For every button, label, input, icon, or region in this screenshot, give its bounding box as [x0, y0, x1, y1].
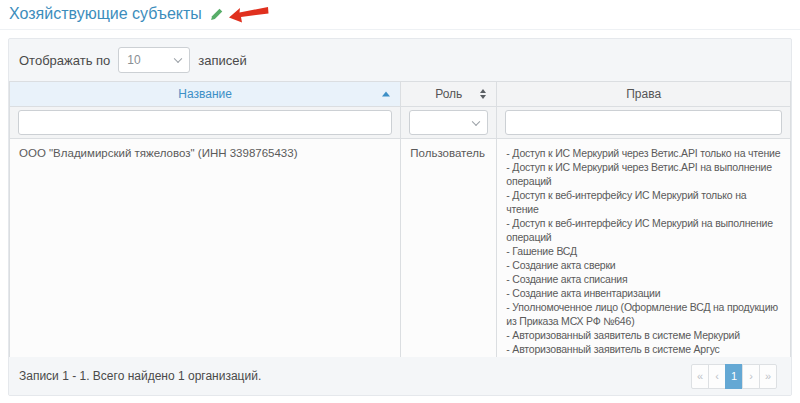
role-filter-wrap — [409, 110, 488, 135]
entities-panel: Отображать по 10 записей Название — [8, 38, 792, 396]
table-footer: Записи 1 - 1. Всего найдено 1 организаци… — [9, 357, 791, 395]
page-size-select[interactable]: 10 — [118, 47, 190, 73]
right-item: - Создание акта инвентаризации — [506, 286, 781, 300]
right-item: - Создание акта сверки — [506, 258, 781, 272]
column-header-role[interactable]: Роль — [401, 82, 497, 107]
column-header-rights-label: Права — [626, 87, 661, 101]
right-item: - Создание акта списания — [506, 272, 781, 286]
table-filter-row — [10, 107, 791, 139]
page-size-row: Отображать по 10 записей — [9, 39, 791, 81]
page-size-select-wrap: 10 — [118, 47, 190, 73]
right-item: - Доступ к веб-интерфейсу ИС Меркурий то… — [506, 188, 781, 216]
annotation-red-arrow-icon — [229, 5, 269, 23]
right-item: - Авторизованный заявитель в системе Арг… — [506, 342, 781, 356]
header-divider — [0, 29, 800, 30]
cell-entity-rights: - Доступ к ИС Меркурий через Ветис.API т… — [497, 139, 791, 378]
edit-pencil-icon[interactable] — [210, 8, 223, 21]
right-item: - Доступ к ИС Меркурий через Ветис.API т… — [506, 146, 781, 160]
filter-cell-rights — [497, 107, 791, 139]
sort-asc-icon — [382, 92, 390, 97]
right-item: - Доступ к веб-интерфейсу ИС Меркурий на… — [506, 216, 781, 244]
table-row[interactable]: ООО "Владимирский тяжеловоз" (ИНН 339876… — [10, 139, 791, 378]
column-header-name-label: Название — [178, 87, 232, 101]
pagination-prev-button[interactable]: ‹ — [708, 364, 726, 389]
filter-cell-role — [401, 107, 497, 139]
filter-cell-name — [10, 107, 401, 139]
page-size-label-before: Отображать по — [19, 53, 110, 68]
column-header-name[interactable]: Название — [10, 82, 401, 107]
rights-list: - Доступ к ИС Меркурий через Ветис.API т… — [506, 146, 781, 370]
right-item: - Авторизованный заявитель в системе Мер… — [506, 328, 781, 342]
page-title: Хозяйствующие субъекты — [9, 5, 202, 23]
entities-table: Название Роль Права — [9, 81, 791, 378]
pagination-next-button[interactable]: › — [742, 364, 760, 389]
page-size-label-after: записей — [198, 53, 246, 68]
page-header: Хозяйствующие субъекты — [9, 5, 269, 23]
rights-filter-input[interactable] — [505, 110, 782, 135]
pagination: « ‹ 1 › » — [691, 364, 777, 389]
role-filter-select[interactable] — [409, 110, 488, 135]
column-header-role-label: Роль — [435, 87, 462, 101]
cell-entity-name: ООО "Владимирский тяжеловоз" (ИНН 339876… — [10, 139, 401, 378]
name-filter-input[interactable] — [18, 110, 392, 135]
right-item: - Уполномоченное лицо (Оформление ВСД на… — [506, 300, 781, 328]
table-header-row: Название Роль Права — [10, 82, 791, 107]
records-summary: Записи 1 - 1. Всего найдено 1 организаци… — [19, 369, 261, 383]
pagination-page-1-button[interactable]: 1 — [725, 364, 743, 389]
right-item: - Доступ к ИС Меркурий через Ветис.API н… — [506, 160, 781, 188]
cell-entity-role: Пользователь — [401, 139, 497, 378]
pagination-first-button[interactable]: « — [691, 364, 709, 389]
page: Хозяйствующие субъекты Отображать по 10 … — [0, 0, 800, 403]
column-header-rights: Права — [497, 82, 791, 107]
right-item: - Гашение ВСД — [506, 244, 781, 258]
pagination-last-button[interactable]: » — [759, 364, 777, 389]
sort-both-icon — [480, 89, 486, 99]
